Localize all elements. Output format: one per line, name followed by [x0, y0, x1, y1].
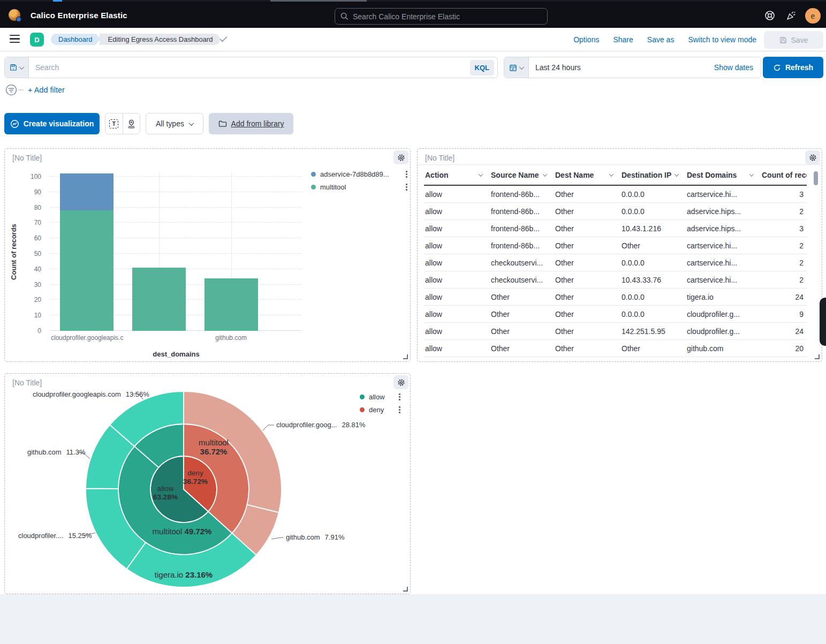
help-icon[interactable] — [764, 10, 775, 21]
user-avatar[interactable]: e — [805, 8, 821, 24]
table-scrollbar[interactable] — [814, 171, 818, 185]
refresh-button[interactable]: Refresh — [763, 57, 823, 78]
save-as-link[interactable]: Save as — [647, 35, 675, 44]
y-tick-label: 60 — [34, 234, 41, 242]
chevron-down-icon — [189, 120, 194, 126]
add-from-library-button[interactable]: Add from library — [209, 113, 293, 134]
chevron-down-icon — [749, 172, 754, 176]
chevron-down-icon — [19, 64, 25, 70]
column-header-action[interactable]: Action — [424, 171, 490, 179]
all-types-label: All types — [156, 119, 184, 128]
time-range-value[interactable]: Last 24 hours — [529, 57, 714, 78]
table-row: allowfrontend-86b...Other0.0.0.0adservic… — [424, 203, 807, 220]
query-input-group: KQL — [4, 57, 498, 78]
app-header: Calico Enterprise Elastic e — [0, 2, 826, 28]
column-header-dest-name[interactable]: Dest Name — [554, 171, 620, 179]
panel-title: [No Title] — [12, 154, 42, 162]
panel-settings-button[interactable] — [805, 150, 820, 164]
calendar-icon — [509, 64, 517, 72]
bar-segment-multitool[interactable] — [204, 278, 258, 331]
table-cell: Other — [554, 241, 620, 250]
global-search[interactable] — [335, 8, 548, 25]
table-cell: Other — [554, 276, 620, 284]
breadcrumb-dashboard[interactable]: Dashboard — [51, 34, 96, 45]
save-button[interactable]: Save — [764, 31, 823, 49]
bar-chart-panel[interactable]: [No Title] Count of records 010203040506… — [4, 148, 411, 362]
x-axis-ticks: cloudprofiler.googleapis.comgithub.com — [51, 334, 267, 342]
bar-stack — [132, 268, 186, 331]
bar-stack — [60, 173, 113, 331]
bar-segment-adservice-7d8b8d89-[interactable] — [60, 173, 113, 210]
table-row: allowcheckoutservi...Other10.43.33.76car… — [424, 271, 807, 289]
legend-label[interactable]: deny — [369, 406, 391, 414]
gear-icon — [397, 154, 405, 162]
chevron-down-icon — [543, 172, 547, 176]
column-header-destination-ip[interactable]: Destination IP — [620, 171, 686, 179]
table-cell: frontend-86b... — [490, 241, 554, 250]
bar-stack — [204, 278, 258, 331]
legend-actions-icon[interactable] — [406, 171, 407, 178]
bar-segment-multitool[interactable] — [60, 210, 113, 331]
newsfeed-icon[interactable] — [786, 10, 797, 21]
create-visualization-button[interactable]: Create visualization — [4, 113, 100, 134]
date-quick-menu[interactable] — [504, 57, 529, 78]
filter-icon[interactable] — [5, 84, 17, 96]
table-cell: allow — [424, 327, 490, 336]
legend-label[interactable]: allow — [369, 393, 391, 401]
panel-settings-button[interactable] — [393, 150, 408, 164]
create-visualization-label: Create visualization — [24, 119, 94, 128]
column-header-source-name[interactable]: Source Name — [490, 171, 554, 179]
column-header-count-of-reco[interactable]: Count of reco — [761, 171, 807, 179]
text-tool-icon: T — [109, 119, 118, 128]
table-cell: cloudprofiler.g... — [686, 310, 761, 319]
switch-view-mode-link[interactable]: Switch to view mode — [688, 35, 756, 44]
legend-dot — [311, 172, 316, 177]
category-band — [123, 173, 195, 331]
sunburst-panel[interactable]: [No Title] multitool36.72% deny36.72% al… — [4, 373, 411, 594]
y-axis-ticks: 0102030405060708090100 — [21, 173, 46, 331]
add-filter-link[interactable]: + Add filter — [28, 86, 65, 94]
table-cell: Other — [620, 241, 686, 250]
share-link[interactable]: Share — [613, 35, 633, 44]
panel-title-bar: [No Title] — [418, 149, 822, 165]
kql-badge[interactable]: KQL — [470, 60, 494, 75]
legend-label[interactable]: multitool — [320, 183, 398, 191]
chevron-down-icon — [519, 64, 525, 70]
options-link[interactable]: Options — [573, 35, 599, 44]
table-panel[interactable]: [No Title] ActionSource NameDest NameDes… — [417, 148, 822, 362]
legend-label[interactable]: adservice-7d8b8d89... — [320, 170, 398, 178]
panel-resize-handle[interactable] — [403, 354, 408, 359]
legend-actions-icon[interactable] — [399, 393, 400, 400]
bar-segment-multitool[interactable] — [132, 268, 186, 331]
table-cell: allow — [424, 224, 490, 233]
legend-actions-icon[interactable] — [406, 184, 407, 191]
table-cell: Other — [554, 327, 620, 336]
panel-title: [No Title] — [425, 154, 454, 162]
table-cell: github.com — [686, 344, 761, 353]
table-header-row: ActionSource NameDest NameDestination IP… — [424, 165, 807, 186]
space-badge[interactable]: D — [30, 33, 44, 47]
legend-item: multitool — [311, 183, 407, 191]
add-text-button[interactable]: T — [105, 113, 123, 134]
column-header-dest-domains[interactable]: Dest Domains — [686, 171, 761, 179]
nav-actions: Options Share Save as Switch to view mod… — [557, 28, 756, 51]
global-search-input[interactable] — [353, 12, 542, 21]
docked-flyout-handle[interactable] — [820, 298, 826, 346]
legend-actions-icon[interactable] — [399, 406, 400, 413]
y-axis-title: Count of records — [10, 220, 18, 284]
table-cell: allow — [424, 293, 490, 301]
app-title: Calico Enterprise Elastic — [31, 11, 127, 20]
panel-resize-handle[interactable] — [403, 587, 408, 592]
kql-search-input[interactable] — [29, 57, 470, 78]
show-dates-link[interactable]: Show dates — [714, 63, 753, 72]
all-types-dropdown[interactable]: All types — [146, 113, 203, 134]
table-cell: allow — [424, 207, 490, 216]
add-map-button[interactable] — [123, 113, 140, 134]
table-cell: 142.251.5.95 — [620, 327, 686, 336]
bar-bands — [51, 173, 267, 331]
table-cell: cloudprofiler.g... — [686, 327, 761, 336]
saved-query-menu[interactable] — [5, 57, 29, 78]
menu-icon[interactable] — [10, 35, 20, 43]
page-background — [0, 594, 826, 644]
panel-resize-handle[interactable] — [815, 354, 820, 359]
